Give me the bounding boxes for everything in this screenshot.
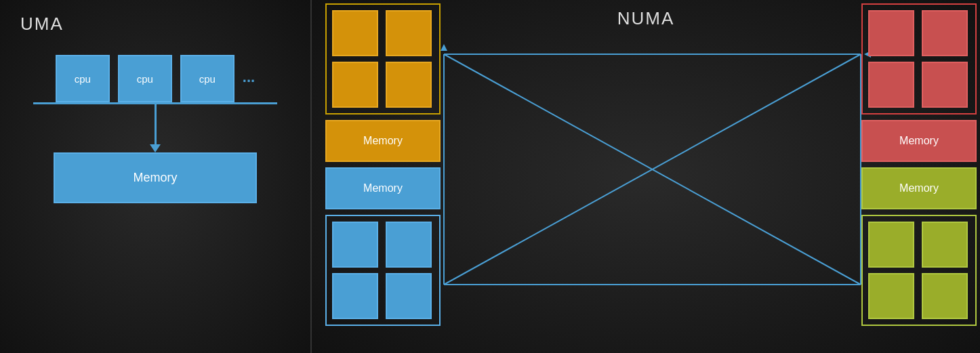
svg-line-2 xyxy=(444,54,861,285)
numa-right-red-cell-1 xyxy=(868,10,914,56)
numa-right-red-cell-3 xyxy=(868,62,914,108)
uma-memory-box: Memory xyxy=(54,152,257,203)
numa-right-memory-red: Memory xyxy=(861,120,977,162)
numa-right-red-grid xyxy=(861,3,977,115)
cpu-box-2: cpu xyxy=(118,55,172,102)
numa-right-node: Memory Memory xyxy=(861,3,977,326)
cpu-ellipsis: ... xyxy=(243,68,255,86)
numa-right-lime-grid xyxy=(861,215,977,326)
numa-right-lime-cell-1 xyxy=(868,222,914,268)
numa-right-memory-lime: Memory xyxy=(861,167,977,209)
uma-panel: UMA cpu cpu cpu ... Memory xyxy=(0,0,312,353)
bus-line-vertical xyxy=(155,104,157,145)
vertical-drop xyxy=(150,104,161,152)
svg-marker-6 xyxy=(441,44,447,51)
numa-left-orange-grid xyxy=(325,3,441,115)
numa-left-blue-cell-4 xyxy=(386,273,432,319)
arrow-down-icon xyxy=(150,144,161,152)
numa-right-red-cell-2 xyxy=(922,10,968,56)
bus-container xyxy=(33,102,277,152)
numa-left-orange-cell-4 xyxy=(386,62,432,108)
numa-left-memory-orange: Memory xyxy=(325,120,441,162)
numa-left-blue-cell-2 xyxy=(386,222,432,268)
svg-line-3 xyxy=(444,54,861,285)
numa-title: NUMA xyxy=(617,8,675,29)
numa-right-red-cell-4 xyxy=(922,62,968,108)
numa-left-orange-cell-3 xyxy=(332,62,378,108)
numa-left-node: Memory Memory xyxy=(325,3,441,326)
numa-left-blue-cell-1 xyxy=(332,222,378,268)
numa-right-lime-cell-2 xyxy=(922,222,968,268)
numa-left-orange-cell-1 xyxy=(332,10,378,56)
cpu-row: cpu cpu cpu ... xyxy=(56,55,255,102)
numa-left-blue-cell-3 xyxy=(332,273,378,319)
numa-left-blue-grid xyxy=(325,215,441,326)
cpu-box-1: cpu xyxy=(56,55,110,102)
uma-title: UMA xyxy=(20,14,64,35)
numa-left-memory-blue: Memory xyxy=(325,167,441,209)
uma-content: cpu cpu cpu ... Memory xyxy=(14,55,297,203)
cpu-box-3: cpu xyxy=(180,55,234,102)
numa-right-lime-cell-4 xyxy=(922,273,968,319)
numa-panel: NUMA Memory Memory xyxy=(312,0,980,353)
numa-right-lime-cell-3 xyxy=(868,273,914,319)
numa-left-orange-cell-2 xyxy=(386,10,432,56)
